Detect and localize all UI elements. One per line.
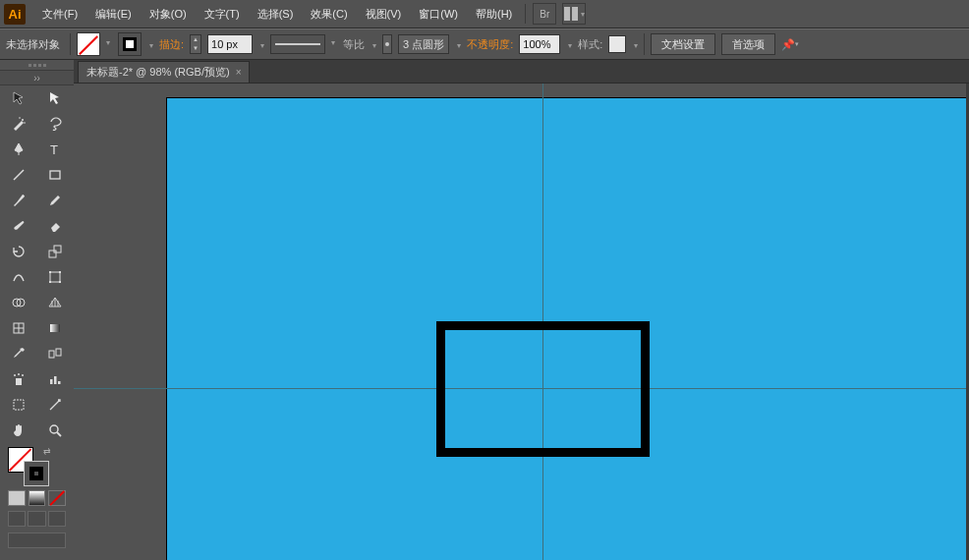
shape-builder-tool[interactable]: [0, 290, 37, 315]
perspective-grid-tool[interactable]: [37, 290, 75, 315]
pencil-tool[interactable]: [37, 188, 75, 213]
width-tool[interactable]: [0, 264, 37, 290]
magic-wand-tool[interactable]: [0, 111, 37, 137]
stroke-swatch[interactable]: [118, 32, 142, 56]
brush-definition[interactable]: 3 点圆形: [398, 34, 449, 54]
scale-tool[interactable]: [37, 239, 75, 264]
brush-dot-icon: [382, 34, 392, 54]
color-mode-none[interactable]: [48, 490, 66, 506]
hand-tool[interactable]: [0, 418, 37, 443]
free-transform-tool[interactable]: [37, 264, 75, 290]
stroke-weight-dropdown[interactable]: [258, 38, 264, 50]
bridge-button[interactable]: Br: [533, 3, 556, 25]
menu-help[interactable]: 帮助(H): [467, 0, 521, 28]
opacity-dropdown[interactable]: [566, 38, 572, 50]
svg-rect-14: [59, 281, 61, 283]
svg-rect-1: [572, 7, 578, 21]
menu-view[interactable]: 视图(V): [357, 0, 411, 28]
gradient-tool[interactable]: [37, 315, 75, 341]
tools-panel: ›› T: [0, 60, 74, 560]
menu-edit[interactable]: 编辑(E): [86, 0, 141, 28]
column-graph-tool[interactable]: [37, 366, 75, 392]
symbol-sprayer-tool[interactable]: [0, 366, 37, 392]
type-tool[interactable]: T: [37, 137, 75, 162]
selection-tool[interactable]: [0, 85, 37, 111]
blob-brush-tool[interactable]: [0, 213, 37, 239]
draw-behind[interactable]: [28, 511, 45, 527]
lasso-tool[interactable]: [37, 111, 75, 137]
svg-rect-25: [50, 379, 53, 384]
control-bar: 未选择对象 描边: ▲▼ 等比 3 点圆形 不透明度: 样式: 文档设置 首选项…: [0, 28, 969, 60]
panel-grip[interactable]: [0, 60, 74, 70]
stroke-weight-input[interactable]: [207, 34, 253, 54]
artboard-tool[interactable]: [0, 392, 37, 418]
menu-object[interactable]: 对象(O): [141, 0, 196, 28]
graphic-style-dropdown[interactable]: [632, 38, 638, 50]
rotate-tool[interactable]: [0, 239, 37, 264]
document-setup-button[interactable]: 文档设置: [651, 33, 715, 55]
eyedropper-tool[interactable]: [0, 341, 37, 366]
stroke-swatch-dropdown[interactable]: [147, 38, 153, 50]
stroke-label[interactable]: 描边:: [159, 37, 184, 52]
rectangle-tool[interactable]: [37, 162, 75, 188]
draw-normal[interactable]: [8, 511, 26, 527]
menu-window[interactable]: 窗口(W): [410, 0, 467, 28]
slice-tool[interactable]: [37, 392, 75, 418]
svg-rect-11: [49, 271, 51, 273]
arrange-documents-button[interactable]: [562, 3, 586, 25]
stroke-weight-stepper[interactable]: ▲▼: [190, 34, 201, 54]
brush-dropdown[interactable]: [455, 38, 461, 50]
svg-point-2: [22, 119, 24, 121]
graphic-style-swatch[interactable]: [608, 35, 626, 53]
svg-rect-19: [49, 351, 54, 358]
pin-control-bar-button[interactable]: 📌▾: [781, 34, 799, 54]
profile-label: 等比: [343, 37, 365, 52]
svg-point-23: [18, 373, 20, 375]
zoom-tool[interactable]: [37, 418, 75, 443]
close-tab-icon[interactable]: ×: [236, 67, 242, 78]
menu-type[interactable]: 文字(T): [196, 0, 249, 28]
svg-point-29: [50, 425, 58, 433]
opacity-input[interactable]: [519, 34, 560, 54]
svg-rect-12: [59, 271, 61, 273]
svg-rect-18: [50, 324, 60, 332]
document-tab[interactable]: 未标题-2* @ 98% (RGB/预览) ×: [78, 61, 250, 83]
style-label: 样式:: [578, 37, 602, 52]
app-logo: Ai: [4, 4, 26, 25]
swap-fill-stroke-icon[interactable]: ⇄: [43, 446, 51, 456]
rectangle-shape[interactable]: [436, 321, 650, 457]
draw-inside[interactable]: [48, 511, 66, 527]
svg-rect-21: [16, 378, 22, 385]
separator: [70, 33, 71, 55]
profile-dropdown[interactable]: [370, 38, 376, 50]
svg-point-3: [24, 122, 26, 124]
direct-selection-tool[interactable]: [37, 85, 75, 111]
stroke-indicator[interactable]: [24, 461, 49, 486]
blend-tool[interactable]: [37, 341, 75, 366]
paintbrush-tool[interactable]: [0, 188, 37, 213]
fill-swatch[interactable]: [77, 32, 100, 56]
mesh-tool[interactable]: [0, 315, 37, 341]
color-mode-solid[interactable]: [8, 490, 26, 506]
svg-point-4: [19, 117, 21, 119]
opacity-label[interactable]: 不透明度:: [467, 37, 513, 52]
document-tab-title: 未标题-2* @ 98% (RGB/预览): [86, 65, 230, 80]
menu-effect[interactable]: 效果(C): [302, 0, 356, 28]
menu-file[interactable]: 文件(F): [33, 0, 86, 28]
color-mode-gradient[interactable]: [28, 490, 46, 506]
color-mode-row: [0, 490, 74, 506]
svg-point-24: [22, 374, 24, 376]
svg-rect-8: [49, 251, 56, 257]
canvas[interactable]: [74, 84, 969, 560]
svg-line-30: [57, 432, 61, 436]
line-segment-tool[interactable]: [0, 162, 37, 188]
screen-mode-button[interactable]: [8, 532, 66, 548]
menubar: Ai 文件(F) 编辑(E) 对象(O) 文字(T) 选择(S) 效果(C) 视…: [0, 0, 969, 28]
collapse-tools-button[interactable]: ››: [0, 70, 74, 85]
pen-tool[interactable]: [0, 137, 37, 162]
variable-width-profile[interactable]: [270, 34, 325, 54]
eraser-tool[interactable]: [37, 213, 75, 239]
preferences-button[interactable]: 首选项: [721, 33, 775, 55]
menu-select[interactable]: 选择(S): [249, 0, 303, 28]
svg-text:T: T: [50, 142, 58, 157]
